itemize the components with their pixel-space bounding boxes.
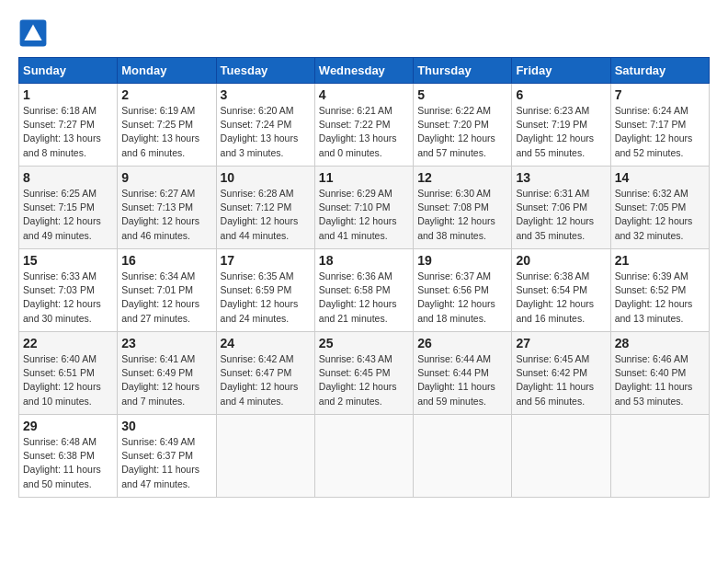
calendar-week-2: 8 Sunrise: 6:25 AMSunset: 7:15 PMDayligh… <box>19 167 710 249</box>
day-number: 22 <box>23 336 113 350</box>
calendar-cell <box>314 415 413 498</box>
weekday-header-row: SundayMondayTuesdayWednesdayThursdayFrid… <box>19 58 710 84</box>
day-info: Sunrise: 6:27 AMSunset: 7:13 PMDaylight:… <box>121 187 211 243</box>
calendar-cell: 24 Sunrise: 6:42 AMSunset: 6:47 PMDaylig… <box>216 332 314 415</box>
calendar-cell <box>610 415 709 498</box>
day-number: 23 <box>121 336 211 350</box>
calendar-cell: 4 Sunrise: 6:21 AMSunset: 7:22 PMDayligh… <box>314 84 413 167</box>
calendar-cell: 30 Sunrise: 6:49 AMSunset: 6:37 PMDaylig… <box>118 415 216 498</box>
day-number: 3 <box>221 87 311 102</box>
day-info: Sunrise: 6:25 AMSunset: 7:15 PMDaylight:… <box>23 187 113 243</box>
calendar-cell: 14 Sunrise: 6:32 AMSunset: 7:05 PMDaylig… <box>610 167 709 249</box>
day-number: 12 <box>417 170 507 185</box>
calendar-cell: 12 Sunrise: 6:30 AMSunset: 7:08 PMDaylig… <box>414 167 512 249</box>
calendar-cell: 27 Sunrise: 6:45 AMSunset: 6:42 PMDaylig… <box>512 332 610 415</box>
day-number: 21 <box>615 253 705 268</box>
calendar-cell: 7 Sunrise: 6:24 AMSunset: 7:17 PMDayligh… <box>610 84 709 167</box>
calendar-cell: 19 Sunrise: 6:37 AMSunset: 6:56 PMDaylig… <box>414 249 512 332</box>
day-info: Sunrise: 6:43 AMSunset: 6:45 PMDaylight:… <box>319 352 409 408</box>
day-number: 4 <box>319 87 409 102</box>
day-info: Sunrise: 6:19 AMSunset: 7:25 PMDaylight:… <box>121 104 211 160</box>
calendar-cell: 8 Sunrise: 6:25 AMSunset: 7:15 PMDayligh… <box>19 167 118 249</box>
day-number: 9 <box>121 170 211 185</box>
calendar-week-3: 15 Sunrise: 6:33 AMSunset: 7:03 PMDaylig… <box>19 249 710 332</box>
day-info: Sunrise: 6:33 AMSunset: 7:03 PMDaylight:… <box>23 270 113 326</box>
day-number: 30 <box>121 419 211 433</box>
day-number: 5 <box>417 87 507 102</box>
calendar-body: 1 Sunrise: 6:18 AMSunset: 7:27 PMDayligh… <box>19 84 710 498</box>
day-number: 2 <box>121 87 211 102</box>
day-number: 13 <box>516 170 606 185</box>
day-number: 1 <box>23 87 113 102</box>
day-number: 14 <box>615 170 705 185</box>
calendar-cell: 5 Sunrise: 6:22 AMSunset: 7:20 PMDayligh… <box>414 84 512 167</box>
calendar-cell: 10 Sunrise: 6:28 AMSunset: 7:12 PMDaylig… <box>216 167 314 249</box>
calendar-cell: 25 Sunrise: 6:43 AMSunset: 6:45 PMDaylig… <box>314 332 413 415</box>
day-number: 26 <box>417 336 507 350</box>
day-info: Sunrise: 6:29 AMSunset: 7:10 PMDaylight:… <box>319 187 409 243</box>
calendar-cell: 2 Sunrise: 6:19 AMSunset: 7:25 PMDayligh… <box>118 84 216 167</box>
calendar-table: SundayMondayTuesdayWednesdayThursdayFrid… <box>18 57 710 498</box>
day-number: 15 <box>23 253 113 268</box>
calendar-cell: 6 Sunrise: 6:23 AMSunset: 7:19 PMDayligh… <box>512 84 610 167</box>
calendar-cell: 17 Sunrise: 6:35 AMSunset: 6:59 PMDaylig… <box>216 249 314 332</box>
weekday-header-sunday: Sunday <box>19 58 118 84</box>
day-info: Sunrise: 6:49 AMSunset: 6:37 PMDaylight:… <box>121 435 211 491</box>
calendar-cell: 11 Sunrise: 6:29 AMSunset: 7:10 PMDaylig… <box>314 167 413 249</box>
calendar-cell: 22 Sunrise: 6:40 AMSunset: 6:51 PMDaylig… <box>19 332 118 415</box>
day-info: Sunrise: 6:22 AMSunset: 7:20 PMDaylight:… <box>417 104 507 160</box>
day-info: Sunrise: 6:37 AMSunset: 6:56 PMDaylight:… <box>417 270 507 326</box>
day-number: 8 <box>23 170 113 185</box>
calendar-cell <box>414 415 512 498</box>
calendar-cell: 9 Sunrise: 6:27 AMSunset: 7:13 PMDayligh… <box>118 167 216 249</box>
day-info: Sunrise: 6:32 AMSunset: 7:05 PMDaylight:… <box>615 187 705 243</box>
day-info: Sunrise: 6:38 AMSunset: 6:54 PMDaylight:… <box>516 270 606 326</box>
page-header <box>18 18 710 48</box>
calendar-week-5: 29 Sunrise: 6:48 AMSunset: 6:38 PMDaylig… <box>19 415 710 498</box>
calendar-cell <box>216 415 314 498</box>
calendar-cell: 20 Sunrise: 6:38 AMSunset: 6:54 PMDaylig… <box>512 249 610 332</box>
calendar-cell: 23 Sunrise: 6:41 AMSunset: 6:49 PMDaylig… <box>118 332 216 415</box>
weekday-header-saturday: Saturday <box>610 58 709 84</box>
logo <box>18 18 51 48</box>
day-info: Sunrise: 6:48 AMSunset: 6:38 PMDaylight:… <box>23 435 113 491</box>
day-info: Sunrise: 6:18 AMSunset: 7:27 PMDaylight:… <box>23 104 113 160</box>
day-info: Sunrise: 6:34 AMSunset: 7:01 PMDaylight:… <box>121 270 211 326</box>
calendar-week-1: 1 Sunrise: 6:18 AMSunset: 7:27 PMDayligh… <box>19 84 710 167</box>
weekday-header-friday: Friday <box>512 58 610 84</box>
weekday-header-wednesday: Wednesday <box>314 58 413 84</box>
day-info: Sunrise: 6:42 AMSunset: 6:47 PMDaylight:… <box>221 352 311 408</box>
logo-icon <box>18 18 48 48</box>
calendar-cell: 15 Sunrise: 6:33 AMSunset: 7:03 PMDaylig… <box>19 249 118 332</box>
calendar-cell: 13 Sunrise: 6:31 AMSunset: 7:06 PMDaylig… <box>512 167 610 249</box>
day-number: 10 <box>221 170 311 185</box>
calendar-cell: 3 Sunrise: 6:20 AMSunset: 7:24 PMDayligh… <box>216 84 314 167</box>
day-number: 28 <box>615 336 705 350</box>
weekday-header-tuesday: Tuesday <box>216 58 314 84</box>
day-number: 29 <box>23 419 113 433</box>
day-number: 17 <box>221 253 311 268</box>
calendar-cell: 18 Sunrise: 6:36 AMSunset: 6:58 PMDaylig… <box>314 249 413 332</box>
day-info: Sunrise: 6:21 AMSunset: 7:22 PMDaylight:… <box>319 104 409 160</box>
day-info: Sunrise: 6:35 AMSunset: 6:59 PMDaylight:… <box>221 270 311 326</box>
day-number: 7 <box>615 87 705 102</box>
calendar-week-4: 22 Sunrise: 6:40 AMSunset: 6:51 PMDaylig… <box>19 332 710 415</box>
day-number: 24 <box>221 336 311 350</box>
day-info: Sunrise: 6:45 AMSunset: 6:42 PMDaylight:… <box>516 352 606 408</box>
day-info: Sunrise: 6:36 AMSunset: 6:58 PMDaylight:… <box>319 270 409 326</box>
calendar-cell: 26 Sunrise: 6:44 AMSunset: 6:44 PMDaylig… <box>414 332 512 415</box>
calendar-cell: 21 Sunrise: 6:39 AMSunset: 6:52 PMDaylig… <box>610 249 709 332</box>
day-info: Sunrise: 6:41 AMSunset: 6:49 PMDaylight:… <box>121 352 211 408</box>
calendar-cell <box>512 415 610 498</box>
day-number: 27 <box>516 336 606 350</box>
day-number: 20 <box>516 253 606 268</box>
calendar-cell: 1 Sunrise: 6:18 AMSunset: 7:27 PMDayligh… <box>19 84 118 167</box>
weekday-header-monday: Monday <box>118 58 216 84</box>
day-info: Sunrise: 6:20 AMSunset: 7:24 PMDaylight:… <box>221 104 311 160</box>
day-number: 11 <box>319 170 409 185</box>
calendar-cell: 28 Sunrise: 6:46 AMSunset: 6:40 PMDaylig… <box>610 332 709 415</box>
day-info: Sunrise: 6:40 AMSunset: 6:51 PMDaylight:… <box>23 352 113 408</box>
day-info: Sunrise: 6:23 AMSunset: 7:19 PMDaylight:… <box>516 104 606 160</box>
day-info: Sunrise: 6:30 AMSunset: 7:08 PMDaylight:… <box>417 187 507 243</box>
calendar-cell: 16 Sunrise: 6:34 AMSunset: 7:01 PMDaylig… <box>118 249 216 332</box>
